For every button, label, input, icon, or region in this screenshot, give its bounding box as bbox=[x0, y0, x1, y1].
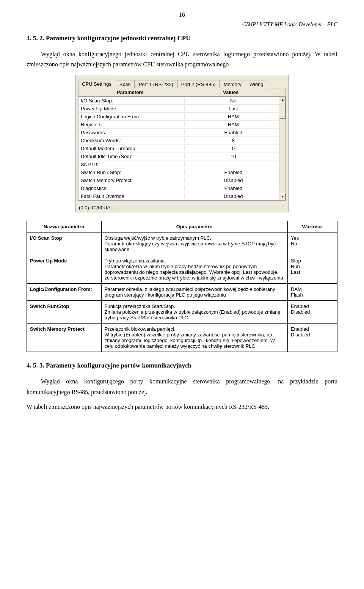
grid-cell-value: Disabled bbox=[185, 193, 282, 199]
grid-cell-param: Fatal Fault Override: bbox=[78, 193, 185, 199]
table-row: Switch Run/StopFunkcja przełącznika Star… bbox=[27, 301, 337, 324]
grid-cell-value: RAM bbox=[185, 122, 282, 127]
grid-cell-value: 8 bbox=[185, 138, 282, 143]
tab-scan[interactable]: Scan bbox=[116, 80, 135, 88]
param-values: YesNo bbox=[287, 232, 337, 255]
grid-cell-value: Disabled bbox=[185, 177, 282, 183]
grid-cell-param: Registers: bbox=[78, 122, 185, 127]
grid-cell-param: SNP ID: bbox=[78, 162, 185, 167]
grid-row[interactable]: Logic / Configuration FromRAM bbox=[78, 113, 286, 121]
param-name: Switch Run/Stop bbox=[27, 301, 102, 324]
scroll-thumb[interactable] bbox=[279, 103, 286, 119]
col-head-parameters: Parameters bbox=[78, 88, 182, 96]
doc-header: CIMPLICITY ME Logic Developer - PLC bbox=[27, 21, 337, 28]
tab-port-1-rs-232-[interactable]: Port 1 (RS-232) bbox=[135, 80, 177, 88]
table-row: I/O Scan StopObsługa wejść/wyjść w trybi… bbox=[27, 232, 337, 255]
section2-p1: Wygląd okna konfigurującego porty komuni… bbox=[27, 376, 337, 397]
grid-row[interactable]: Passwords:Enabled bbox=[78, 129, 286, 137]
param-values: EnabledDisabled bbox=[287, 324, 337, 352]
grid-row[interactable]: Default Modem Turnarou0 bbox=[78, 145, 286, 152]
param-desc: Funkcja przełącznika Start/Stop.Zmiana p… bbox=[101, 301, 287, 324]
param-values: StopRunLast bbox=[287, 255, 337, 284]
grid-cell-param: Switch Run / Stop: bbox=[78, 170, 185, 175]
heading-4-5-3: 4. 5. 3. Parametry konfiguracyjne portów… bbox=[27, 362, 337, 369]
param-name: Logic/Configuration From: bbox=[27, 284, 102, 301]
grid-row[interactable]: Checksum Words:8 bbox=[78, 137, 286, 145]
tab-cpu-settings[interactable]: CPU Settings bbox=[78, 80, 115, 88]
grid-row[interactable]: Registers:RAM bbox=[78, 121, 286, 129]
param-values: RAMFlash bbox=[287, 284, 337, 301]
grid-row[interactable]: Diagnostics:Enabled bbox=[78, 184, 286, 192]
grid-row[interactable]: Switch Memory Protect:Disabled bbox=[78, 176, 286, 184]
tab-memory[interactable]: Memory bbox=[220, 80, 245, 88]
param-name: I/O Scan Stop bbox=[27, 232, 102, 255]
cpu-settings-window: CPU SettingsScanPort 1 (RS-232)Port 2 (R… bbox=[75, 75, 289, 212]
grid-cell-value: Enabled bbox=[185, 130, 282, 135]
status-bar: (0.0) IC200UAL... bbox=[76, 203, 288, 212]
page-number: - 16 - bbox=[27, 11, 337, 18]
parameter-description-table: Nazwa parametru Opis parametru Wartości … bbox=[27, 221, 337, 352]
grid-cell-param: Passwords: bbox=[78, 130, 185, 135]
grid-cell-value: Enabled bbox=[185, 185, 282, 191]
grid-cell-param: Default Modem Turnarou bbox=[78, 146, 185, 151]
parameters-grid: Parameters Values ▴ ▾ I/O Scan-Stop:NoPo… bbox=[78, 88, 286, 201]
grid-cell-value: 0 bbox=[185, 146, 282, 151]
tab-row: CPU SettingsScanPort 1 (RS-232)Port 2 (R… bbox=[76, 75, 288, 88]
grid-row[interactable]: Fatal Fault Override:Disabled bbox=[78, 192, 286, 200]
section1-paragraph: Wygląd okna konfiguracyjnego jednostki c… bbox=[27, 49, 337, 69]
grid-row[interactable]: I/O Scan-Stop:No bbox=[78, 97, 286, 105]
grid-body: ▴ ▾ I/O Scan-Stop:NoPower Up Mode:LastLo… bbox=[78, 97, 286, 200]
grid-cell-param: Checksum Words: bbox=[78, 138, 185, 143]
tab-wiring[interactable]: Wiring bbox=[246, 80, 267, 88]
grid-cell-param: I/O Scan-Stop: bbox=[78, 98, 185, 104]
param-desc: Przełącznik blokowania pamięci.W trybie … bbox=[101, 324, 287, 352]
grid-cell-param: Default Idle Time (Sec): bbox=[78, 154, 185, 159]
grid-cell-value: RAM bbox=[185, 114, 282, 119]
param-desc: Parametr określa, z jakiego typu pamięci… bbox=[101, 284, 287, 301]
param-name: Switch Memory Protect bbox=[27, 324, 102, 352]
grid-row[interactable]: Switch Run / Stop:Enabled bbox=[78, 168, 286, 176]
heading-4-5-2: 4. 5. 2. Parametry konfiguracyjne jednos… bbox=[27, 35, 337, 42]
grid-cell-value: 10 bbox=[185, 154, 282, 159]
grid-cell-value: Last bbox=[185, 106, 282, 112]
param-desc: Tryb po włączeniu zasilania.Parametr okr… bbox=[101, 255, 287, 284]
scroll-down-icon[interactable]: ▾ bbox=[279, 193, 286, 200]
grid-cell-value: No bbox=[185, 98, 282, 104]
param-name: Power Up Mode bbox=[27, 255, 102, 284]
th-desc: Opis parametru bbox=[101, 221, 287, 232]
param-desc: Obsługa wejść/wyjść w trybie zatrzymanym… bbox=[101, 232, 287, 255]
vertical-scrollbar[interactable]: ▴ ▾ bbox=[279, 97, 286, 200]
grid-cell-param: Switch Memory Protect: bbox=[78, 177, 185, 183]
grid-cell-param: Power Up Mode: bbox=[78, 106, 185, 112]
grid-row[interactable]: SNP ID: bbox=[78, 160, 286, 168]
th-vals: Wartości bbox=[287, 221, 337, 232]
grid-row[interactable]: Power Up Mode:Last bbox=[78, 105, 286, 113]
param-values: EnabledDisabled bbox=[287, 301, 337, 324]
grid-cell-value: Enabled bbox=[185, 170, 282, 175]
table-row: Switch Memory ProtectPrzełącznik blokowa… bbox=[27, 324, 337, 352]
table-row: Power Up ModeTryb po włączeniu zasilania… bbox=[27, 255, 337, 284]
section2-p2: W tabeli zmieszczono opis najważniejszyc… bbox=[27, 402, 337, 412]
grid-cell-param: Diagnostics: bbox=[78, 185, 185, 191]
grid-row[interactable]: Default Idle Time (Sec):10 bbox=[78, 152, 286, 160]
th-name: Nazwa parametru bbox=[27, 221, 102, 232]
table-row: Logic/Configuration From:Parametr określ… bbox=[27, 284, 337, 301]
col-head-values: Values bbox=[182, 88, 279, 96]
grid-cell-param: Logic / Configuration From bbox=[78, 114, 185, 119]
tab-port-2-rs-485-[interactable]: Port 2 (RS-485) bbox=[177, 80, 220, 88]
